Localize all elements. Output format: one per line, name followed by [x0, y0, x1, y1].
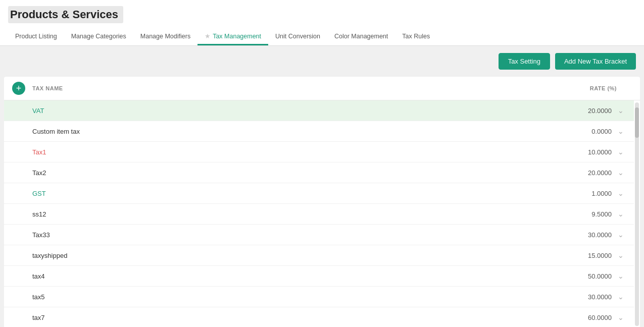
tax-rate: 10.0000 [511, 148, 612, 156]
page-title: Products & Services [8, 6, 123, 23]
tax-table: + TAX NAME RATE (%) VAT 20.0000 ⌄ Custom… [4, 77, 640, 327]
chevron-down-icon: ⌄ [616, 189, 626, 197]
tax-name: ss12 [32, 210, 511, 218]
nav-tab-manage-modifiers[interactable]: Manage Modifiers [133, 29, 197, 45]
tax-name: tax5 [32, 293, 511, 301]
tax-row[interactable]: GST 1.0000 ⌄ [4, 183, 634, 204]
tax-rate: 1.0000 [511, 190, 612, 197]
tax-row[interactable]: tax7 60.0000 ⌄ [4, 307, 634, 327]
add-tax-circle-button[interactable]: + [12, 82, 25, 95]
tax-rate: 30.0000 [511, 231, 612, 239]
chevron-down-icon: ⌄ [616, 313, 626, 321]
nav-tab-tax-management[interactable]: ★Tax Management [197, 28, 268, 45]
header: Products & Services Product ListingManag… [0, 0, 644, 46]
tax-rate: 15.0000 [511, 252, 612, 259]
nav-tab-product-listing[interactable]: Product Listing [8, 29, 64, 45]
tax-row[interactable]: VAT 20.0000 ⌄ [4, 100, 634, 121]
tax-name: Tax2 [32, 169, 511, 177]
col-header-name: TAX NAME [32, 85, 516, 91]
chevron-down-icon: ⌄ [616, 127, 626, 135]
scrollbar-thumb [635, 107, 639, 138]
nav-tab-tax-rules[interactable]: Tax Rules [395, 29, 437, 45]
col-header-rate: RATE (%) [516, 85, 617, 91]
chevron-down-icon: ⌄ [616, 231, 626, 239]
tax-row[interactable]: tax5 30.0000 ⌄ [4, 287, 634, 307]
chevron-down-icon: ⌄ [616, 272, 626, 280]
tax-row[interactable]: taxyshipped 15.0000 ⌄ [4, 245, 634, 266]
chevron-down-icon: ⌄ [616, 106, 626, 115]
scrollbar[interactable] [635, 102, 639, 326]
tax-name: taxyshipped [32, 252, 511, 259]
nav-tab-unit-conversion[interactable]: Unit Conversion [268, 29, 327, 45]
tax-rate: 30.0000 [511, 293, 612, 301]
table-header: + TAX NAME RATE (%) [4, 77, 640, 100]
chevron-down-icon: ⌄ [616, 210, 626, 218]
tax-row[interactable]: Tax1 10.0000 ⌄ [4, 142, 634, 162]
chevron-down-icon: ⌄ [616, 169, 626, 177]
star-icon: ★ [205, 33, 211, 40]
tax-row[interactable]: Custom item tax 0.0000 ⌄ [4, 121, 634, 142]
tax-name: tax4 [32, 272, 511, 280]
tax-name: Custom item tax [32, 128, 511, 135]
chevron-down-icon: ⌄ [616, 251, 626, 259]
add-new-tax-bracket-button[interactable]: Add New Tax Bracket [555, 53, 636, 70]
tax-rate: 20.0000 [511, 107, 612, 115]
table-scroll-area: VAT 20.0000 ⌄ Custom item tax 0.0000 ⌄ T… [4, 100, 640, 327]
toolbar: Tax Setting Add New Tax Bracket [0, 46, 644, 77]
tax-row[interactable]: tax4 50.0000 ⌄ [4, 266, 634, 287]
chevron-down-icon: ⌄ [616, 293, 626, 301]
tax-name: Tax1 [32, 148, 511, 156]
tax-row[interactable]: Tax33 30.0000 ⌄ [4, 225, 634, 245]
tax-name: VAT [32, 107, 511, 115]
nav-tab-color-management[interactable]: Color Management [327, 29, 395, 45]
tax-rate: 9.5000 [511, 210, 612, 218]
tax-setting-button[interactable]: Tax Setting [499, 53, 550, 70]
table-body: VAT 20.0000 ⌄ Custom item tax 0.0000 ⌄ T… [4, 100, 634, 327]
tax-row[interactable]: Tax2 20.0000 ⌄ [4, 162, 634, 183]
tax-row[interactable]: ss12 9.5000 ⌄ [4, 204, 634, 225]
tax-name: GST [32, 190, 511, 197]
tax-rate: 20.0000 [511, 169, 612, 177]
tax-name: Tax33 [32, 231, 511, 239]
page-wrapper: Products & Services Product ListingManag… [0, 0, 644, 327]
nav-tab-manage-categories[interactable]: Manage Categories [64, 29, 133, 45]
tax-rate: 60.0000 [511, 314, 612, 321]
tax-rate: 0.0000 [511, 128, 612, 135]
chevron-down-icon: ⌄ [616, 148, 626, 156]
tax-rate: 50.0000 [511, 272, 612, 280]
nav-tabs: Product ListingManage CategoriesManage M… [8, 28, 636, 45]
tax-name: tax7 [32, 314, 511, 321]
